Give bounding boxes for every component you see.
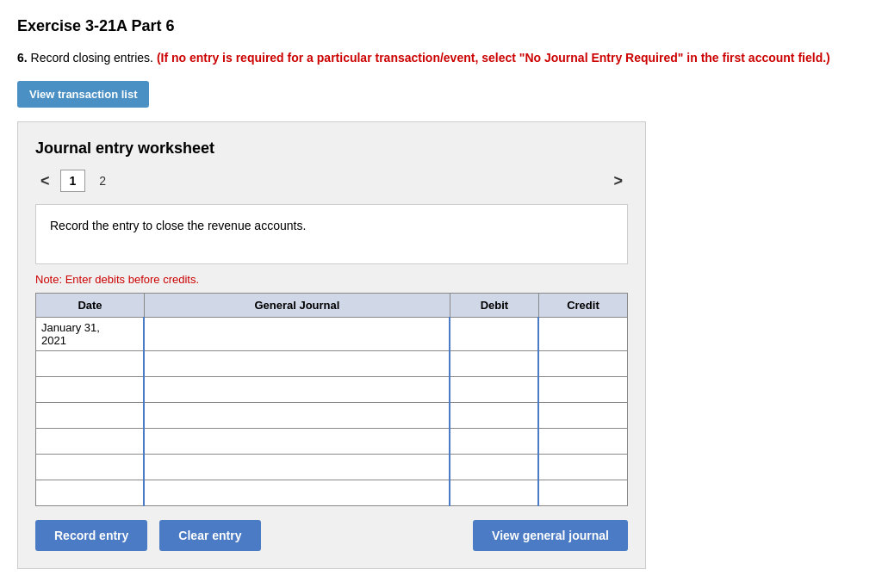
worksheet-title: Journal entry worksheet [35,139,628,158]
debit-cell-3[interactable] [450,377,538,403]
page-title: Exercise 3-21A Part 6 [17,17,865,35]
journal-cell-2[interactable] [144,351,450,377]
debit-cell-2[interactable] [450,351,538,377]
record-entry-button[interactable]: Record entry [35,520,147,551]
instructions: 6. Record closing entries. (If no entry … [17,49,865,67]
journal-cell-6[interactable] [144,455,450,480]
debit-cell-7[interactable] [450,480,538,506]
date-cell-7 [36,480,145,506]
tab-2[interactable]: 2 [90,170,115,191]
table-row: January 31,2021 [36,318,628,351]
journal-cell-3[interactable] [144,377,450,403]
note-text: Note: Enter debits before credits. [35,273,628,286]
button-row: Record entry Clear entry View general jo… [35,520,628,551]
credit-cell-4[interactable] [538,403,627,429]
credit-cell-1[interactable] [538,318,627,351]
credit-cell-7[interactable] [538,480,627,506]
date-cell-1: January 31,2021 [36,318,145,351]
debit-cell-5[interactable] [450,429,538,455]
view-transaction-button[interactable]: View transaction list [17,81,149,108]
credit-cell-6[interactable] [538,455,627,480]
table-row [36,455,628,480]
table-row [36,351,628,377]
col-header-date: Date [36,294,145,318]
date-cell-6 [36,455,145,480]
credit-cell-2[interactable] [538,351,627,377]
nav-row: < 1 2 > [35,170,628,192]
journal-cell-4[interactable] [144,403,450,429]
col-header-credit: Credit [538,294,627,318]
instruction-text: Record closing entries. [31,51,153,65]
credit-cell-5[interactable] [538,429,627,455]
table-row [36,403,628,429]
entry-instruction-text: Record the entry to close the revenue ac… [50,219,306,232]
journal-table: Date General Journal Debit Credit Januar… [35,293,628,506]
journal-cell-1[interactable] [144,318,450,351]
credit-cell-3[interactable] [538,377,627,403]
debit-cell-6[interactable] [450,455,538,480]
worksheet-container: Journal entry worksheet < 1 2 > Record t… [17,121,646,569]
tab-1[interactable]: 1 [60,170,86,192]
nav-right-button[interactable]: > [608,170,628,192]
date-cell-4 [36,403,145,429]
instruction-number: 6. [17,51,28,65]
table-row [36,429,628,455]
date-cell-3 [36,377,145,403]
instruction-highlight: (If no entry is required for a particula… [157,51,830,65]
debit-cell-1[interactable] [450,318,538,351]
view-general-journal-button[interactable]: View general journal [473,520,628,551]
entry-instruction-box: Record the entry to close the revenue ac… [35,204,628,264]
debit-cell-4[interactable] [450,403,538,429]
clear-entry-button[interactable]: Clear entry [159,520,260,551]
journal-cell-5[interactable] [144,429,450,455]
nav-left-button[interactable]: < [35,170,55,192]
col-header-debit: Debit [450,294,538,318]
table-row [36,377,628,403]
table-row [36,480,628,506]
date-cell-5 [36,429,145,455]
date-cell-2 [36,351,145,377]
col-header-journal: General Journal [144,294,450,318]
journal-cell-7[interactable] [144,480,450,506]
